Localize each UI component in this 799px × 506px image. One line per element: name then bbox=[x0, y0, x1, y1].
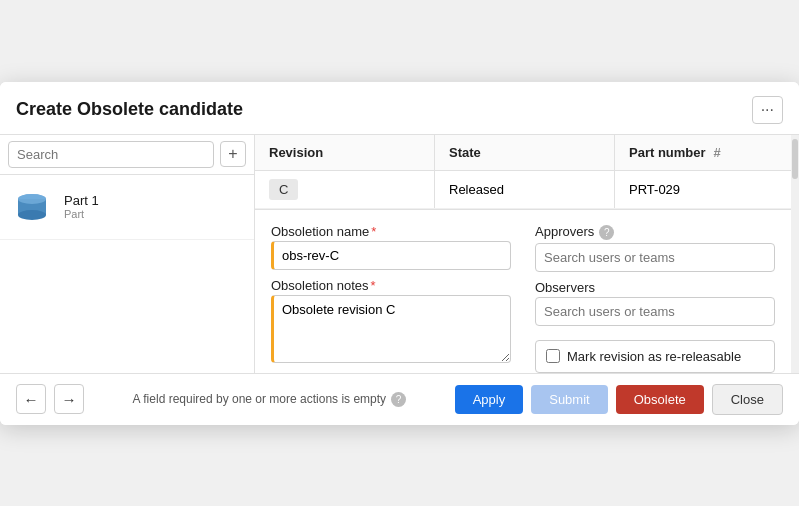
svg-point-2 bbox=[18, 210, 46, 220]
approvers-label-row: Approvers ? bbox=[535, 224, 775, 241]
form-grid: Obsoletion name* Obsoletion notes* Obsol… bbox=[271, 224, 775, 373]
dialog-body: + Part 1 Part bbox=[0, 135, 799, 373]
forward-button[interactable]: → bbox=[54, 384, 84, 414]
search-row: + bbox=[0, 135, 254, 175]
scrollbar-track bbox=[791, 135, 799, 373]
menu-button[interactable]: ··· bbox=[752, 96, 783, 124]
table-header: Revision State Part number # bbox=[255, 135, 791, 171]
obsoletion-notes-field: Obsoletion notes* Obsolete revision C bbox=[271, 278, 511, 366]
revision-value: C bbox=[269, 179, 298, 200]
required-star2: * bbox=[371, 278, 376, 293]
dialog-title: Create Obsolete candidate bbox=[16, 99, 243, 120]
dialog-footer: ← → A field required by one or more acti… bbox=[0, 373, 799, 425]
right-panel: Revision State Part number # C Released bbox=[255, 135, 791, 373]
footer-right: Apply Submit Obsolete Close bbox=[455, 384, 783, 415]
observers-field: Observers bbox=[535, 280, 775, 326]
part-info: Part 1 Part bbox=[64, 193, 99, 220]
obsoletion-name-label: Obsoletion name* bbox=[271, 224, 511, 239]
cell-state: Released bbox=[435, 171, 615, 208]
re-releasable-checkbox[interactable] bbox=[546, 349, 560, 363]
obsoletion-notes-textarea[interactable]: Obsolete revision C bbox=[271, 295, 511, 363]
form-right: Approvers ? Observers Mark revision as r… bbox=[535, 224, 775, 373]
form-left: Obsoletion name* Obsoletion notes* Obsol… bbox=[271, 224, 511, 373]
dialog-header: Create Obsolete candidate ··· bbox=[0, 82, 799, 135]
submit-button: Submit bbox=[531, 385, 607, 414]
re-releasable-row: Mark revision as re-releasable bbox=[535, 340, 775, 373]
part-icon bbox=[10, 185, 54, 229]
obsoletion-name-field: Obsoletion name* bbox=[271, 224, 511, 270]
approvers-search-input[interactable] bbox=[535, 243, 775, 272]
part-name: Part 1 bbox=[64, 193, 99, 208]
add-button[interactable]: + bbox=[220, 141, 246, 167]
hash-icon: # bbox=[714, 145, 721, 160]
footer-left: ← → bbox=[16, 384, 84, 414]
approvers-label: Approvers bbox=[535, 224, 594, 239]
col-part-number-header: Part number # bbox=[615, 135, 791, 170]
state-value: Released bbox=[449, 182, 504, 197]
obsoletion-name-input[interactable] bbox=[271, 241, 511, 270]
left-panel: + Part 1 Part bbox=[0, 135, 255, 373]
svg-point-3 bbox=[18, 194, 46, 204]
approvers-field: Approvers ? bbox=[535, 224, 775, 272]
part-number-value: PRT-029 bbox=[629, 182, 680, 197]
table-row: C Released PRT-029 bbox=[255, 171, 791, 209]
obsoletion-notes-label: Obsoletion notes* bbox=[271, 278, 511, 293]
col-state-header: State bbox=[435, 135, 615, 170]
observers-search-input[interactable] bbox=[535, 297, 775, 326]
scrollbar-thumb[interactable] bbox=[792, 139, 798, 179]
observers-label: Observers bbox=[535, 280, 775, 295]
close-button[interactable]: Close bbox=[712, 384, 783, 415]
required-star: * bbox=[371, 224, 376, 239]
search-input[interactable] bbox=[8, 141, 214, 168]
create-obsolete-dialog: Create Obsolete candidate ··· + bbox=[0, 82, 799, 425]
obsolete-button[interactable]: Obsolete bbox=[616, 385, 704, 414]
footer-message: A field required by one or more actions … bbox=[133, 392, 406, 407]
footer-help-icon[interactable]: ? bbox=[391, 392, 406, 407]
re-releasable-label: Mark revision as re-releasable bbox=[567, 349, 741, 364]
cell-part-number: PRT-029 bbox=[615, 171, 791, 208]
form-section: Obsoletion name* Obsoletion notes* Obsol… bbox=[255, 209, 791, 373]
apply-button[interactable]: Apply bbox=[455, 385, 524, 414]
col-revision-header: Revision bbox=[255, 135, 435, 170]
table-area: Revision State Part number # C Released bbox=[255, 135, 791, 209]
cell-revision: C bbox=[255, 171, 435, 208]
part-type: Part bbox=[64, 208, 99, 220]
part-item: Part 1 Part bbox=[0, 175, 254, 240]
part-svg-icon bbox=[10, 185, 54, 229]
back-button[interactable]: ← bbox=[16, 384, 46, 414]
approvers-help-icon[interactable]: ? bbox=[599, 225, 614, 240]
